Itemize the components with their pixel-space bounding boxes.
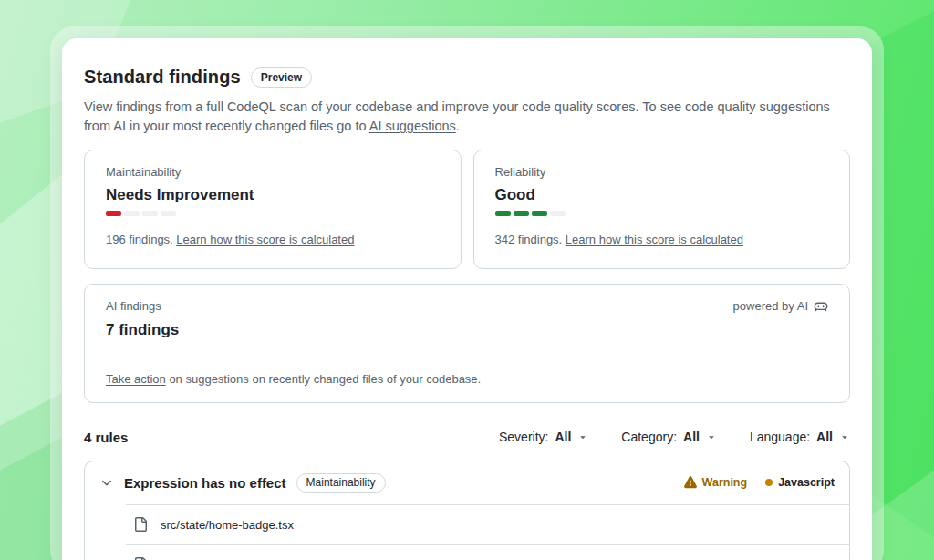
file-icon: [133, 517, 148, 532]
card-label: Reliability: [495, 165, 829, 179]
ai-findings-card: AI findings powered by AI 7 findings Tak…: [84, 284, 850, 403]
meter-segment-empty: [161, 211, 176, 216]
filter-dropdowns: Severity: All Category: All Language: Al…: [499, 430, 850, 444]
chevron-down-icon: [839, 431, 850, 442]
findings-count: 196 findings.: [106, 233, 176, 246]
severity-indicator: Warning: [684, 476, 748, 489]
ai-action-line: Take action on suggestions on recently c…: [106, 372, 828, 386]
card-label: Maintainability: [106, 165, 440, 179]
meter-segment-filled: [106, 211, 121, 216]
language-dot-icon: [765, 479, 773, 486]
filter-value: All: [683, 430, 700, 444]
score-meter: [106, 211, 440, 216]
chevron-down-icon: [706, 431, 717, 442]
score-value: Good: [495, 186, 829, 204]
findings-count: 342 findings.: [495, 233, 566, 246]
severity-label: Warning: [702, 476, 748, 489]
rule-category-badge: Maintainability: [296, 473, 386, 493]
card-label: AI findings: [106, 299, 161, 313]
reliability-card: Reliability Good 342 findings. Learn how…: [473, 150, 851, 269]
warning-icon: [684, 476, 697, 489]
findings-summary: 342 findings. Learn how this score is ca…: [495, 233, 829, 246]
rule-title: Expression has no effect: [124, 475, 286, 491]
rule-meta: Warning Javascript: [684, 476, 835, 489]
page-description: View findings from a full CodeQL scan of…: [84, 98, 850, 136]
meter-segment-empty: [124, 211, 140, 216]
findings-summary: 196 findings. Learn how this score is ca…: [106, 233, 440, 246]
powered-by-ai: powered by AI: [733, 299, 828, 314]
score-value: Needs Improvement: [106, 186, 440, 204]
chevron-down-icon[interactable]: [99, 475, 114, 490]
score-meter: [495, 211, 829, 216]
page-title: Standard findings: [84, 67, 241, 88]
filter-label: Severity:: [499, 430, 548, 444]
language-label: Javascript: [778, 476, 835, 489]
description-text-end: .: [456, 119, 460, 133]
filter-value: All: [555, 430, 571, 444]
filter-value: All: [816, 430, 833, 444]
score-explainer-link[interactable]: Learn how this score is calculated: [566, 233, 743, 246]
filters-row: 4 rules Severity: All Category: All Lang…: [84, 430, 850, 445]
filter-label: Language:: [750, 430, 810, 444]
ai-action-text: on suggestions on recently changed files…: [166, 372, 481, 386]
ai-card-header: AI findings powered by AI: [106, 299, 828, 314]
meter-segment-filled: [495, 211, 511, 216]
take-action-link[interactable]: Take action: [106, 372, 166, 386]
file-row[interactable]: src/state/home-badge.tsx: [126, 504, 849, 544]
meter-segment-filled: [532, 211, 547, 216]
powered-by-label: powered by AI: [733, 299, 808, 313]
chevron-down-icon: [577, 431, 588, 442]
ai-suggestions-link[interactable]: AI suggestions: [369, 119, 456, 133]
rule-group-card: Expression has no effect Maintainability…: [84, 461, 850, 560]
language-indicator: Javascript: [765, 476, 835, 489]
file-path: src/state/home-badge.tsx: [161, 518, 294, 532]
maintainability-card: Maintainability Needs Improvement 196 fi…: [84, 150, 462, 269]
ai-findings-count: 7 findings: [106, 321, 828, 339]
preview-badge: Preview: [251, 67, 312, 88]
score-explainer-link[interactable]: Learn how this score is calculated: [176, 233, 354, 246]
filter-label: Category:: [621, 430, 677, 444]
meter-segment-empty: [142, 211, 158, 216]
meter-segment-empty: [550, 211, 566, 216]
rules-count: 4 rules: [84, 430, 128, 445]
meter-segment-filled: [514, 211, 529, 216]
copilot-icon: [814, 299, 828, 314]
file-row[interactable]: src/lib/broadcast/stub.ts: [126, 544, 849, 560]
score-cards-row: Maintainability Needs Improvement 196 fi…: [84, 150, 850, 269]
rule-header[interactable]: Expression has no effect Maintainability…: [85, 461, 849, 504]
category-filter[interactable]: Category: All: [621, 430, 717, 444]
language-filter[interactable]: Language: All: [750, 430, 850, 444]
page-header: Standard findings Preview: [84, 67, 850, 88]
severity-filter[interactable]: Severity: All: [499, 430, 588, 444]
standard-findings-panel: Standard findings Preview View findings …: [62, 38, 872, 560]
